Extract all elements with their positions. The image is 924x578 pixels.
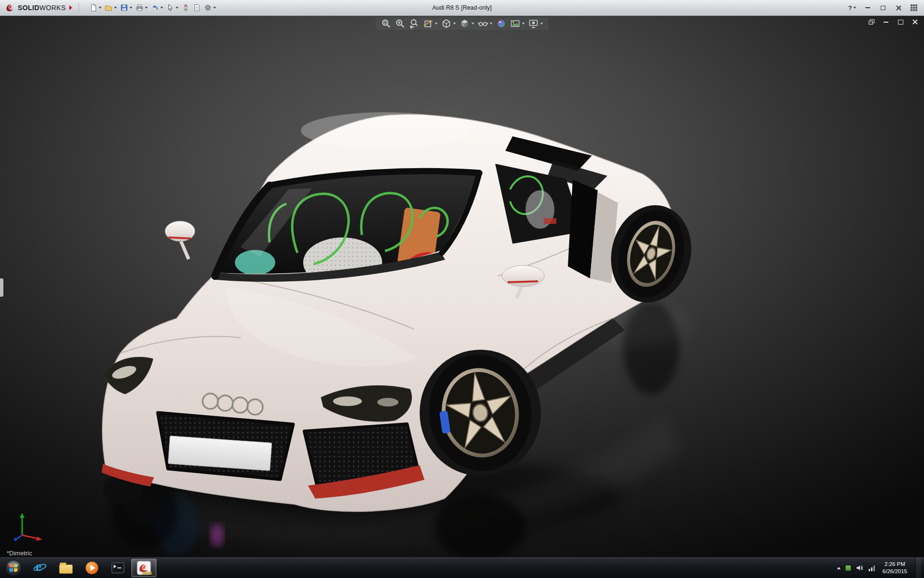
panel-collapse-handle[interactable] bbox=[0, 278, 3, 297]
chevron-down-icon bbox=[145, 7, 148, 9]
select-button[interactable] bbox=[165, 1, 180, 14]
chevron-down-icon bbox=[99, 7, 102, 9]
taskbar-clock[interactable]: 2:26 PM 6/26/2015 bbox=[881, 561, 909, 575]
taskbar-item-internet-explorer[interactable]: e bbox=[27, 559, 52, 577]
taskbar-item-solidworks-2015[interactable]: 2015 bbox=[131, 559, 156, 577]
undo-button[interactable] bbox=[150, 1, 165, 14]
minimize-icon bbox=[865, 7, 870, 8]
media-player-icon bbox=[86, 562, 98, 574]
windows-start-icon bbox=[5, 559, 22, 577]
scene-icon bbox=[510, 18, 521, 29]
hide-show-items-button[interactable] bbox=[477, 18, 493, 29]
chevron-down-icon bbox=[114, 7, 117, 9]
new-document-icon bbox=[90, 4, 97, 12]
maximize-button[interactable] bbox=[877, 3, 889, 13]
show-hidden-icons-button[interactable] bbox=[837, 567, 841, 569]
file-properties-button[interactable] bbox=[192, 1, 202, 14]
appearance-ball-icon bbox=[496, 18, 507, 29]
chevron-down-icon bbox=[853, 7, 856, 9]
window-title: Audi R8 S [Read-only] bbox=[432, 4, 492, 11]
minimize-button[interactable] bbox=[861, 3, 874, 13]
help-button[interactable]: ? bbox=[846, 3, 859, 13]
titlebar: SOLIDWORKS bbox=[0, 0, 924, 16]
rebuild-button[interactable] bbox=[180, 1, 191, 14]
clock-time: 2:26 PM bbox=[883, 561, 907, 568]
chevron-down-icon bbox=[453, 23, 456, 25]
view-orientation-label: *Dimetric bbox=[7, 550, 32, 557]
options-gear-icon bbox=[204, 4, 212, 12]
model-canvas[interactable] bbox=[0, 16, 924, 557]
zoom-to-fit-icon bbox=[381, 18, 392, 29]
print-icon bbox=[136, 4, 143, 12]
section-view-button[interactable] bbox=[423, 18, 438, 29]
start-button[interactable] bbox=[0, 558, 27, 578]
brand-expand-icon[interactable] bbox=[69, 5, 72, 10]
minimize-icon bbox=[884, 22, 888, 23]
new-document-button[interactable] bbox=[88, 1, 103, 14]
view-orientation-button[interactable] bbox=[441, 18, 457, 29]
network-icon[interactable] bbox=[868, 564, 876, 572]
solidworks-app-icon: 2015 bbox=[137, 561, 151, 575]
chevron-down-icon bbox=[435, 23, 438, 25]
chevron-down-icon bbox=[213, 7, 216, 9]
maximize-icon bbox=[881, 6, 886, 10]
clock-date: 6/26/2015 bbox=[883, 568, 907, 575]
select-cursor-icon bbox=[167, 4, 174, 12]
roof-sheen bbox=[301, 112, 469, 149]
document-window-controls bbox=[867, 18, 919, 26]
glasses-icon bbox=[478, 18, 488, 29]
chevron-down-icon bbox=[176, 7, 179, 9]
graphics-area[interactable]: *Dimetric bbox=[0, 16, 924, 557]
display-style-button[interactable] bbox=[459, 18, 475, 29]
tray-app-icon[interactable] bbox=[846, 565, 851, 571]
task-pane-button[interactable] bbox=[908, 3, 920, 13]
zoom-to-area-button[interactable] bbox=[395, 18, 406, 29]
system-tray: 2:26 PM 6/26/2015 bbox=[832, 558, 924, 578]
rebuild-icon bbox=[182, 4, 190, 12]
zoom-to-area-icon bbox=[395, 18, 406, 29]
folder-icon bbox=[59, 565, 73, 574]
brand-text: SOLIDWORKS bbox=[18, 4, 66, 12]
edit-appearance-button[interactable] bbox=[496, 18, 507, 29]
file-properties-icon bbox=[193, 4, 201, 12]
close-document-button[interactable] bbox=[911, 18, 919, 26]
maximize-icon bbox=[898, 20, 903, 25]
solidworks-brand[interactable]: SOLIDWORKS bbox=[0, 0, 76, 15]
window-controls: ? bbox=[846, 3, 924, 13]
view-settings-button[interactable] bbox=[528, 18, 544, 29]
section-view-icon bbox=[423, 18, 434, 29]
restore-icon bbox=[869, 19, 874, 25]
divider bbox=[78, 3, 79, 13]
orientation-triad bbox=[12, 510, 45, 541]
close-icon bbox=[896, 5, 901, 11]
zoom-to-fit-button[interactable] bbox=[381, 18, 392, 29]
save-button[interactable] bbox=[119, 1, 134, 14]
open-document-button[interactable] bbox=[103, 1, 118, 14]
solidworks-year-badge: 2015 bbox=[142, 571, 152, 576]
taskbar-item-file-explorer[interactable] bbox=[53, 559, 78, 577]
save-icon bbox=[120, 4, 128, 12]
taskbar: e 2015 2:26 PM 6/26/2015 bbox=[0, 557, 924, 578]
open-folder-icon bbox=[105, 4, 113, 12]
show-desktop-button[interactable] bbox=[915, 558, 921, 578]
close-button[interactable] bbox=[892, 3, 905, 13]
task-pane-icon bbox=[911, 4, 917, 11]
options-button[interactable] bbox=[203, 1, 218, 14]
chevron-down-icon bbox=[129, 7, 132, 9]
apply-scene-button[interactable] bbox=[510, 18, 526, 29]
display-style-icon bbox=[460, 18, 470, 29]
previous-view-button[interactable] bbox=[409, 18, 420, 29]
chevron-down-icon bbox=[472, 23, 475, 25]
volume-icon[interactable] bbox=[856, 564, 863, 572]
minimize-document-button[interactable] bbox=[882, 18, 890, 26]
print-button[interactable] bbox=[134, 1, 149, 14]
maximize-document-button[interactable] bbox=[896, 18, 905, 26]
internet-explorer-icon: e bbox=[33, 561, 47, 575]
restore-document-button[interactable] bbox=[867, 18, 876, 26]
standard-toolbar bbox=[88, 1, 218, 14]
heads-up-view-toolbar bbox=[376, 17, 549, 30]
taskbar-item-command-prompt[interactable] bbox=[105, 559, 130, 577]
taskbar-item-media-player[interactable] bbox=[79, 559, 104, 577]
close-icon bbox=[912, 19, 918, 25]
chevron-down-icon bbox=[540, 23, 543, 25]
